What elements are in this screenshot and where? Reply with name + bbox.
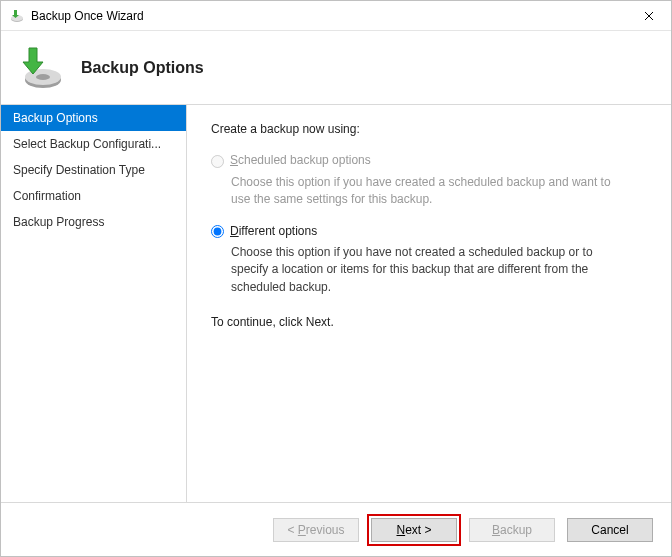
wizard-step[interactable]: Backup Options (1, 105, 186, 131)
content-prompt: Create a backup now using: (211, 121, 647, 138)
svg-point-4 (36, 74, 50, 80)
wizard-steps-sidebar: Backup OptionsSelect Backup Configurati.… (1, 105, 187, 502)
radio-input-different[interactable] (211, 225, 224, 238)
wizard-body: Backup OptionsSelect Backup Configurati.… (1, 105, 671, 502)
wizard-content: Create a backup now using: Scheduled bac… (187, 105, 671, 502)
page-title: Backup Options (81, 59, 204, 77)
window-title: Backup Once Wizard (31, 9, 627, 23)
radio-label-scheduled: Scheduled backup options (230, 152, 371, 169)
wizard-step[interactable]: Confirmation (1, 183, 186, 209)
radio-description-different: Choose this option if you have not creat… (231, 244, 611, 296)
continue-hint: To continue, click Next. (211, 314, 647, 331)
wizard-window: Backup Once Wizard Backup Options Backup… (0, 0, 672, 557)
radio-label-different: Different options (230, 223, 317, 240)
radio-different[interactable]: Different options (211, 223, 647, 240)
wizard-step[interactable]: Specify Destination Type (1, 157, 186, 183)
titlebar: Backup Once Wizard (1, 1, 671, 31)
wizard-footer: < Previous Next > Backup Cancel (1, 502, 671, 556)
next-button[interactable]: Next > (371, 518, 457, 542)
radio-scheduled: Scheduled backup options (211, 152, 647, 169)
backup-button[interactable]: Backup (469, 518, 555, 542)
wizard-step[interactable]: Select Backup Configurati... (1, 131, 186, 157)
option-different: Different optionsChoose this option if y… (211, 223, 647, 297)
radio-input-scheduled (211, 155, 224, 168)
app-icon (9, 8, 25, 24)
wizard-step[interactable]: Backup Progress (1, 209, 186, 235)
close-button[interactable] (627, 1, 671, 31)
wizard-header: Backup Options (1, 31, 671, 105)
radio-description-scheduled: Choose this option if you have created a… (231, 174, 611, 209)
cancel-button[interactable]: Cancel (567, 518, 653, 542)
previous-button[interactable]: < Previous (273, 518, 359, 542)
backup-icon (17, 44, 65, 92)
option-scheduled: Scheduled backup optionsChoose this opti… (211, 152, 647, 208)
